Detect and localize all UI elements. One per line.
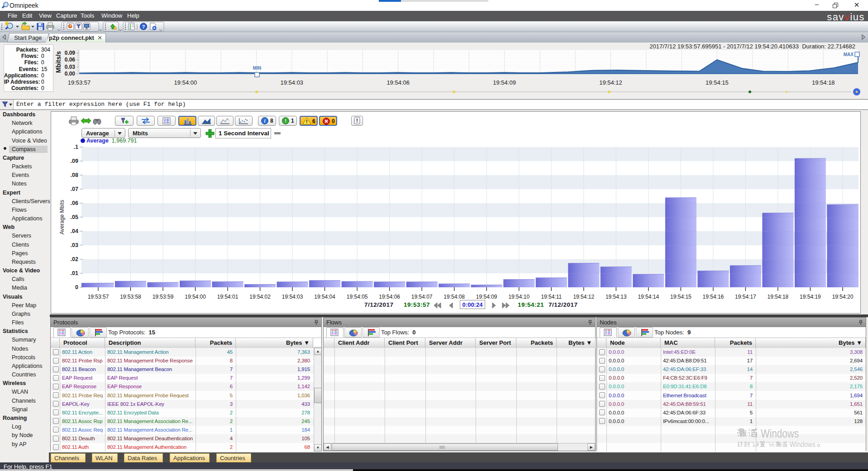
- svg-text:Windows: Windows: [790, 440, 816, 449]
- svg-text:19:54:17: 19:54:17: [735, 294, 756, 300]
- svg-text:19:54:01: 19:54:01: [217, 294, 238, 300]
- svg-text:19:54:09: 19:54:09: [476, 294, 497, 300]
- svg-text:19:54:02: 19:54:02: [249, 294, 271, 300]
- svg-text:Mbits/s: Mbits/s: [55, 51, 62, 73]
- svg-text:19:54:19: 19:54:19: [800, 294, 821, 300]
- svg-text:.02: .02: [71, 256, 78, 262]
- svg-text:?: ?: [142, 24, 145, 29]
- svg-text:Windows: Windows: [761, 427, 799, 440]
- svg-text:19:54:04: 19:54:04: [314, 294, 335, 300]
- svg-text:0.06: 0.06: [65, 57, 76, 63]
- svg-text:19:54:00: 19:54:00: [185, 294, 206, 300]
- svg-text:.03: .03: [71, 242, 78, 248]
- svg-text:19:53:59: 19:53:59: [153, 294, 174, 300]
- svg-text:.1: .1: [74, 144, 78, 150]
- svg-text:19:53:58: 19:53:58: [120, 294, 141, 300]
- svg-text:19:54:05: 19:54:05: [347, 294, 368, 300]
- svg-text:MAX: MAX: [844, 52, 854, 57]
- svg-text:.04: .04: [71, 228, 78, 234]
- svg-text:19:54:15: 19:54:15: [670, 294, 692, 300]
- svg-text:19:54:03: 19:54:03: [282, 294, 303, 300]
- svg-text:19:54:12: 19:54:12: [573, 294, 594, 300]
- svg-text:19:54:09: 19:54:09: [493, 79, 516, 86]
- svg-text:Average Mbits: Average Mbits: [59, 200, 65, 234]
- svg-text:.01: .01: [71, 270, 78, 276]
- svg-text:MIN: MIN: [253, 66, 261, 71]
- svg-text:19:54:18: 19:54:18: [812, 79, 835, 86]
- svg-text:19:54:08: 19:54:08: [444, 294, 465, 300]
- svg-text:19:53:57: 19:53:57: [68, 79, 91, 86]
- svg-text:19:54:06: 19:54:06: [386, 79, 410, 86]
- svg-text:19:54:15: 19:54:15: [706, 79, 729, 86]
- svg-text:19:54:14: 19:54:14: [638, 294, 659, 300]
- svg-text:.07: .07: [71, 186, 78, 192]
- svg-text:19:54:11: 19:54:11: [541, 294, 562, 300]
- svg-text:0.03: 0.03: [65, 64, 76, 70]
- svg-text:19:54:20: 19:54:20: [832, 294, 854, 300]
- svg-text:.05: .05: [71, 214, 78, 220]
- svg-text:.06: .06: [71, 200, 78, 206]
- svg-text:19:54:00: 19:54:00: [174, 79, 197, 86]
- svg-text:0.00: 0.00: [65, 71, 76, 77]
- svg-text:19:54:10: 19:54:10: [508, 294, 529, 300]
- svg-text:19:53:57: 19:53:57: [88, 294, 109, 300]
- svg-text:19:54:03: 19:54:03: [280, 79, 303, 86]
- svg-text:.09: .09: [71, 158, 78, 164]
- svg-text:19:54:16: 19:54:16: [703, 294, 724, 300]
- svg-text:19:54:12: 19:54:12: [599, 79, 622, 86]
- svg-text:19:54:18: 19:54:18: [768, 294, 789, 300]
- svg-text:.08: .08: [71, 172, 78, 178]
- svg-text:19:54:13: 19:54:13: [606, 294, 627, 300]
- svg-text:19:54:07: 19:54:07: [411, 294, 433, 300]
- svg-text:0: 0: [75, 284, 78, 290]
- svg-text:19:54:06: 19:54:06: [379, 294, 400, 300]
- svg-text:0.09: 0.09: [65, 50, 76, 56]
